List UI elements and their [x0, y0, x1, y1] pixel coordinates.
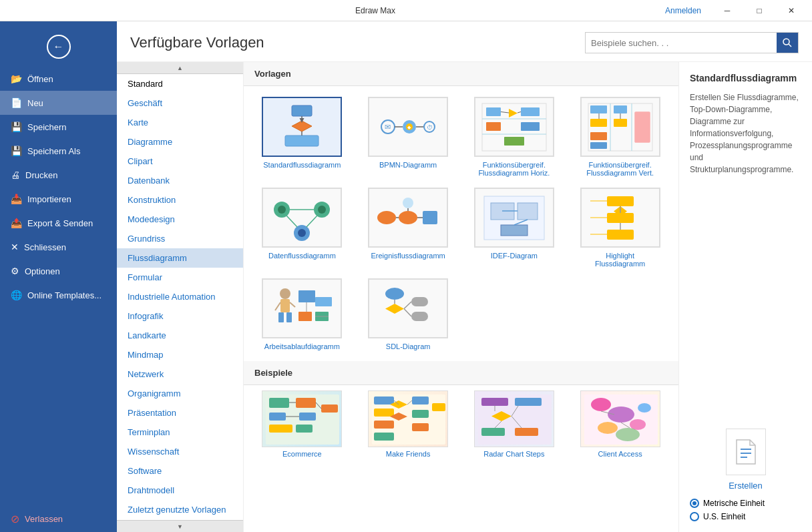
category-item-konstruktion[interactable]: Konstruktion — [117, 190, 243, 210]
category-item-geschaeft[interactable]: Geschäft — [117, 93, 243, 113]
template-item-idef[interactable]: IDEF-Diagram — [467, 188, 562, 268]
category-item-drahtmodell[interactable]: Drahtmodell — [117, 481, 243, 500]
svg-rect-118 — [515, 398, 542, 406]
template-item-standard-flow[interactable]: Standardflussdiagramm — [254, 97, 350, 177]
svg-text:✉: ✉ — [385, 123, 391, 131]
example-label-client-access: Client Access — [598, 450, 642, 458]
category-item-clipart[interactable]: Clipart — [117, 152, 243, 171]
template-item-bpmn[interactable]: ✉ ⏱ ◆ BPMN-Diagramm — [361, 97, 456, 177]
example-item-client-access[interactable]: Client Access — [572, 390, 668, 458]
category-wrapper: ▲ Standard Geschäft Karte Diagramme Clip… — [117, 62, 244, 532]
template-thumb-idef — [474, 188, 554, 248]
sidebar-item-close[interactable]: ✕ Schliessen — [0, 235, 117, 259]
svg-rect-22 — [521, 107, 540, 116]
template-label-funktions-horiz: Funktionsübergreif. Flussdiagramm Horiz. — [474, 161, 554, 177]
template-item-daten-flow[interactable]: Datenflussdiagramm — [254, 188, 350, 268]
examples-grid: Ecommerce — [244, 385, 678, 469]
category-item-diagramme[interactable]: Diagramme — [117, 132, 243, 152]
template-item-funktions-horiz[interactable]: Funktionsübergreif. Flussdiagramm Horiz. — [467, 97, 562, 177]
svg-rect-37 — [635, 112, 650, 142]
category-item-netzwerk[interactable]: Netzwerk — [117, 364, 243, 384]
svg-point-126 — [591, 398, 611, 411]
category-item-grundriss[interactable]: Grundriss — [117, 229, 243, 248]
radio-us[interactable]: U.S. Einheit — [690, 512, 801, 521]
sidebar-item-options[interactable]: ⚙ Optionen — [0, 259, 117, 283]
close-file-icon: ✕ — [11, 242, 19, 252]
back-button[interactable]: ← — [47, 35, 71, 59]
category-item-organigramm[interactable]: Organigramm — [117, 384, 243, 403]
category-item-flussdiagramm[interactable]: Flussdiagramm — [117, 248, 243, 268]
template-item-funktions-vert[interactable]: Funktionsübergreif. Flussdiagramm Vert. — [572, 97, 668, 177]
svg-rect-20 — [486, 107, 501, 116]
svg-rect-60 — [501, 225, 528, 236]
sidebar-item-print[interactable]: 🖨 Drucken — [0, 163, 117, 187]
svg-rect-96 — [299, 413, 316, 421]
template-item-sdl[interactable]: SDL-Diagram — [361, 278, 456, 350]
create-icon[interactable] — [726, 429, 766, 475]
sidebar-item-export[interactable]: 📤 Export & Senden — [0, 211, 117, 235]
sidebar-item-quit[interactable]: ⊘ Verlassen — [0, 506, 117, 532]
category-item-terminplan[interactable]: Terminplan — [117, 423, 243, 442]
svg-rect-109 — [412, 396, 429, 405]
example-item-ecommerce[interactable]: Ecommerce — [254, 390, 350, 458]
example-item-radar-chart[interactable]: Radar Chart Steps — [467, 390, 562, 458]
example-thumb-make-friends — [368, 390, 448, 447]
sidebar-label-save: Speichern — [27, 122, 67, 132]
svg-rect-79 — [315, 297, 332, 306]
funktions-vert-svg — [587, 102, 654, 152]
make-friends-svg — [369, 391, 448, 447]
create-button[interactable]: Erstellen — [729, 481, 763, 491]
search-button[interactable] — [777, 33, 798, 53]
search-input[interactable] — [586, 38, 777, 48]
category-item-wissenschaft[interactable]: Wissenschaft — [117, 442, 243, 461]
sidebar-item-save[interactable]: 💾 Speichern — [0, 115, 117, 139]
category-item-industrielle[interactable]: Industrielle Automation — [117, 287, 243, 306]
template-label-bpmn: BPMN-Diagramm — [379, 161, 437, 169]
template-item-ereignis-flow[interactable]: Ereignisflussdiagramm — [361, 188, 456, 268]
ecommerce-svg — [262, 391, 342, 447]
maximize-button[interactable]: □ — [744, 0, 775, 21]
radio-us-circle — [690, 512, 699, 521]
sidebar-label-options: Optionen — [25, 266, 60, 276]
svg-rect-112 — [432, 403, 445, 411]
svg-rect-59 — [518, 203, 538, 220]
category-item-praesentation[interactable]: Präsentation — [117, 403, 243, 423]
template-item-arbeitsablauf[interactable]: Arbeitsablaufdiagramm — [254, 278, 350, 350]
category-item-infografik[interactable]: Infografik — [117, 306, 243, 326]
sidebar-item-saveas[interactable]: 💾 Speichern Als — [0, 139, 117, 163]
svg-rect-23 — [486, 122, 501, 131]
template-thumb-bpmn: ✉ ⏱ ◆ — [368, 97, 448, 157]
minimize-button[interactable]: ─ — [712, 0, 743, 21]
category-item-zuletzt[interactable]: Zuletzt genutzte Vorlagen — [117, 500, 243, 519]
sidebar-label-quit: Verlassen — [25, 514, 63, 524]
right-panel-description: Erstellen Sie Flussdiagramme, Top-Down-D… — [690, 91, 801, 176]
svg-rect-80 — [298, 312, 312, 321]
category-item-datenbank[interactable]: Datenbank — [117, 171, 243, 190]
svg-rect-31 — [590, 105, 607, 113]
sidebar-item-open[interactable]: 📂 Öffnen — [0, 67, 117, 91]
right-panel: Standardflussdiagramm Erstellen Sie Flus… — [678, 62, 812, 532]
category-scroll-down[interactable]: ▼ — [117, 520, 243, 532]
close-button[interactable]: ✕ — [776, 0, 807, 21]
category-item-landkarte[interactable]: Landkarte — [117, 326, 243, 345]
category-item-modedesign[interactable]: Modedesign — [117, 210, 243, 229]
category-item-formular[interactable]: Formular — [117, 268, 243, 287]
svg-point-84 — [385, 288, 404, 300]
sidebar-item-online[interactable]: 🌐 Online Templates... — [0, 283, 117, 307]
signin-link[interactable]: Anmelden — [665, 6, 701, 15]
category-item-mindmap[interactable]: Mindmap — [117, 345, 243, 364]
sidebar-back: ← — [0, 27, 117, 67]
sidebar-item-import[interactable]: 📥 Importieren — [0, 187, 117, 211]
category-item-software[interactable]: Software — [117, 461, 243, 481]
sidebar-item-new[interactable]: 📄 Neu — [0, 91, 117, 115]
radio-metric[interactable]: Metrische Einheit — [690, 499, 801, 508]
example-item-make-friends[interactable]: Make Friends — [361, 390, 456, 458]
svg-point-49 — [377, 211, 396, 224]
template-item-highlight[interactable]: Highlight Flussdiagramm — [572, 188, 668, 268]
svg-rect-86 — [411, 297, 428, 306]
category-item-standard[interactable]: Standard — [117, 74, 243, 93]
category-scroll-up[interactable]: ▲ — [117, 62, 243, 74]
window-controls: ─ □ ✕ — [712, 0, 807, 21]
category-item-karte[interactable]: Karte — [117, 113, 243, 132]
create-section: Erstellen — [690, 429, 801, 491]
